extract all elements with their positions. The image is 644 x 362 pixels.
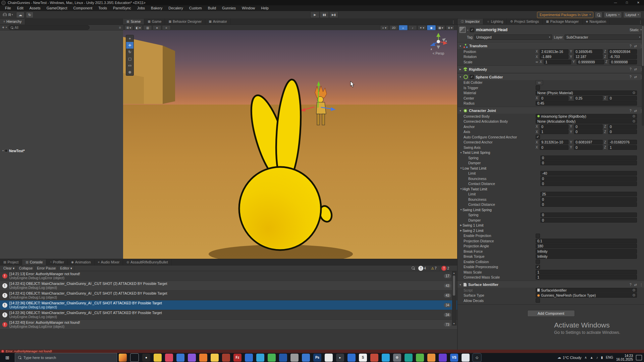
- cloud-services-button[interactable]: ☁: [16, 12, 24, 18]
- taskbar-app-icon-15[interactable]: [302, 354, 310, 362]
- taskbar-app-icon-29[interactable]: [462, 354, 470, 362]
- taskbar-app-icon-1[interactable]: ●: [142, 354, 150, 362]
- move-tool[interactable]: ✛: [126, 42, 133, 49]
- taskbar-app-icon-18[interactable]: ▸: [336, 354, 344, 362]
- close-button[interactable]: ✕: [633, 0, 644, 5]
- 2d-toggle[interactable]: 2D: [389, 25, 398, 30]
- console-scrollbar[interactable]: ▲ ▼: [452, 271, 457, 325]
- effects-dropdown[interactable]: ✶ ▾: [418, 25, 426, 30]
- taskbar-app-icon-10[interactable]: [245, 354, 253, 362]
- property-checkbox[interactable]: [536, 298, 540, 303]
- weather-widget[interactable]: ☁ 1°C Cloudy: [557, 355, 582, 360]
- component-header[interactable]: ▼Transform?⇄⋮: [458, 43, 644, 49]
- taskbar-app-icon-14[interactable]: [290, 354, 299, 362]
- foldout-arrow-icon[interactable]: ▼: [460, 152, 463, 154]
- hierarchy-add-caret-icon[interactable]: ▾: [6, 26, 7, 29]
- taskbar-app-icon-6[interactable]: [199, 354, 207, 362]
- gameobject-name-field[interactable]: mixamorig:Head: [476, 27, 507, 32]
- tab-lighting[interactable]: ☼Lighting: [483, 19, 507, 24]
- rotate-tool[interactable]: ↻: [126, 49, 133, 55]
- number-field[interactable]: Infinity: [536, 249, 637, 254]
- tab-navigation[interactable]: ◈Navigation: [583, 19, 610, 24]
- grid-snap-button[interactable]: ▥: [143, 25, 152, 30]
- action-center-icon[interactable]: [636, 355, 642, 360]
- add-component-button[interactable]: Add Component: [527, 310, 575, 317]
- icon-caret[interactable]: ▾: [467, 29, 468, 31]
- number-field[interactable]: 0: [574, 124, 603, 129]
- number-field[interactable]: 0.009203594: [608, 49, 637, 54]
- taskbar-clock[interactable]: 14:23 16.01.2025: [616, 354, 633, 361]
- taskbar-app-icon-24[interactable]: [405, 354, 413, 362]
- undo-history-button[interactable]: ↻: [26, 12, 34, 18]
- step-button[interactable]: ▶▮: [329, 11, 338, 18]
- presets-icon[interactable]: ⇄: [634, 44, 637, 48]
- object-picker-icon[interactable]: ⊙: [633, 119, 635, 123]
- component-menu-icon[interactable]: ⋮: [640, 283, 643, 287]
- warning-count[interactable]: ⚠7: [429, 266, 438, 270]
- menu-assets[interactable]: Assets: [26, 5, 44, 11]
- tool-handle-dropdown[interactable]: ⊞ ▾: [124, 25, 133, 30]
- number-field[interactable]: 0.9999998: [609, 60, 637, 64]
- taskbar-search-input[interactable]: Type here to search: [15, 353, 117, 362]
- inspector-menu-icon[interactable]: ⋮: [637, 20, 644, 24]
- number-field[interactable]: -6.703: [608, 54, 637, 59]
- number-field[interactable]: 0: [540, 161, 637, 165]
- taskbar-app-icon-8[interactable]: [222, 354, 230, 362]
- layout-dropdown[interactable]: Layout▾: [623, 12, 641, 18]
- status-bar[interactable]: ! Error: AuthorityManager not found!: [0, 350, 644, 353]
- object-field[interactable]: Gunnies_NewFlesh (Surface Type)⊙: [536, 293, 637, 298]
- scene-viewport[interactable]: ⌖✛↻▢▭⊕ x z < Persp: [123, 30, 457, 259]
- taskbar-app-icon-3[interactable]: [165, 354, 173, 362]
- number-field[interactable]: -0.01682076: [608, 140, 637, 144]
- component-header[interactable]: ▶Rigidbody?⇄⋮: [458, 66, 644, 72]
- number-field[interactable]: -40: [540, 171, 637, 176]
- taskbar-app-icon-4[interactable]: [176, 354, 184, 362]
- taskbar-app-icon-9[interactable]: Fz: [233, 354, 241, 362]
- object-field[interactable]: SurfaceIdentifier⊙: [536, 288, 637, 293]
- tab-project[interactable]: ▤Project: [0, 259, 22, 265]
- menu-file[interactable]: File: [2, 5, 14, 11]
- volume-icon[interactable]: ♪: [596, 356, 598, 359]
- menu-tools[interactable]: Tools: [95, 5, 110, 11]
- taskbar-app-icon-21[interactable]: [370, 354, 378, 362]
- console-editor-button[interactable]: Editor▾: [58, 265, 74, 271]
- active-checkbox[interactable]: ✓: [470, 28, 474, 32]
- property-checkbox[interactable]: [536, 259, 540, 264]
- minimize-button[interactable]: —: [610, 0, 621, 5]
- tab-scene[interactable]: ▦Scene: [123, 19, 144, 24]
- shading-mode-dropdown[interactable]: ◐ ▾: [380, 25, 389, 30]
- taskbar-app-icon-2[interactable]: [154, 354, 162, 362]
- presets-icon[interactable]: ⇄: [634, 109, 637, 113]
- taskbar-app-icon-13[interactable]: [279, 354, 287, 362]
- tab-inspector[interactable]: ⓘInspector: [458, 19, 483, 24]
- taskbar-app-icon-19[interactable]: [347, 354, 356, 362]
- tab-audio-mixer[interactable]: ≡Audio Mixer: [95, 259, 123, 265]
- number-field[interactable]: 0: [540, 181, 637, 186]
- play-button[interactable]: ▶: [310, 11, 320, 18]
- layers-dropdown[interactable]: Layers▾: [604, 12, 622, 18]
- number-field[interactable]: 180: [536, 244, 637, 248]
- tag-dropdown[interactable]: Untagged▾: [474, 35, 552, 40]
- taskbar-app-icon-17[interactable]: [325, 354, 333, 362]
- help-icon[interactable]: ?: [630, 67, 632, 71]
- object-field[interactable]: None (Physic Material)⊙: [536, 90, 637, 95]
- console-log-entry[interactable]: ![14:22:40] Error: AuthorityManager not …: [0, 320, 457, 329]
- taskbar-app-icon-12[interactable]: [268, 354, 276, 362]
- tab-console[interactable]: ▥Console: [22, 259, 46, 265]
- number-field[interactable]: 0: [608, 124, 637, 129]
- taskbar-app-icon-23[interactable]: ⚙: [393, 354, 401, 362]
- project-art-icon[interactable]: [119, 354, 127, 362]
- number-field[interactable]: 0.9999999: [577, 60, 604, 64]
- number-field[interactable]: 0: [540, 197, 637, 202]
- view-tool[interactable]: ⌖: [126, 35, 133, 42]
- audio-toggle[interactable]: ♪: [408, 25, 417, 30]
- inspector-scrollbar[interactable]: [642, 25, 644, 126]
- menu-gunnies[interactable]: Gunnies: [219, 5, 239, 11]
- console-error-pause-button[interactable]: Error Pause: [35, 265, 58, 271]
- taskbar-app-icon-22[interactable]: [382, 354, 390, 362]
- menu-custom[interactable]: Custom: [186, 5, 205, 11]
- link-scale-icon[interactable]: ∞: [536, 60, 538, 64]
- number-field[interactable]: 2.619013e-16: [540, 49, 569, 54]
- console-log-entry[interactable]: ![14:22:36] OBEJCT: MainCharacter_ChainG…: [0, 300, 457, 310]
- tab-behavior-designer[interactable]: ▦Behavior Designer: [165, 19, 205, 24]
